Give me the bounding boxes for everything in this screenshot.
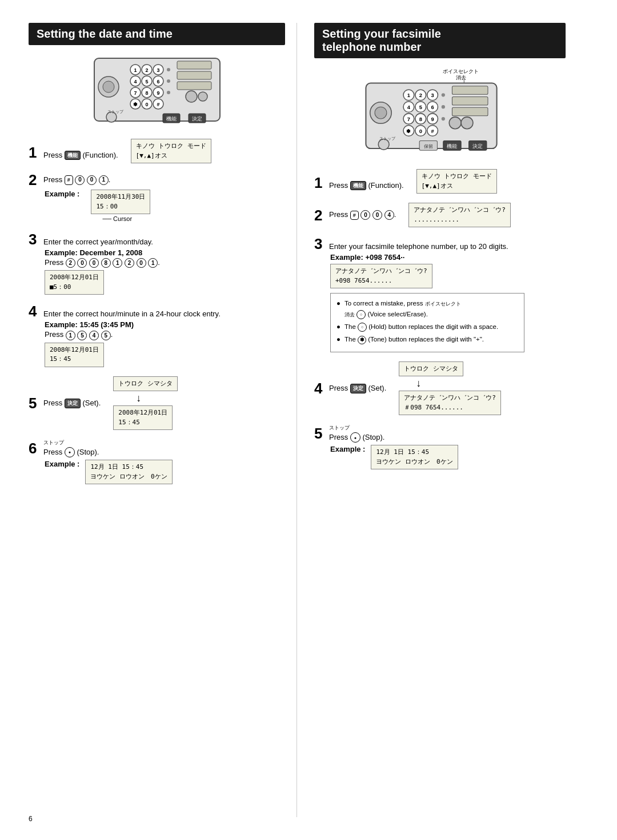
right-step-1-text: Press 機能 (Function).: [329, 180, 404, 191]
screen-step3-left: 2008年12月01日 ■5：00: [45, 270, 104, 295]
screen-step5-bottom: 2008年12月01日 15：45: [113, 405, 173, 430]
step-4-example-bold: Example: 15:45 (3:45 PM): [45, 320, 285, 329]
step-5-text: Press 決定 (Set).: [43, 398, 101, 408]
svg-text:0: 0: [419, 128, 422, 134]
left-device-illustration: 1 2 3 4 5 6 7 8 9 ✽ 0 #: [29, 55, 285, 130]
left-step-3: 3 Enter the correct year/month/day. Exam…: [29, 232, 285, 295]
screen-step1-left: キノウ トウロク モード [▼,▲]オス: [131, 139, 211, 163]
svg-point-29: [167, 91, 170, 94]
function-button-1: 機能: [65, 151, 81, 160]
right-step-4-number: 4: [314, 381, 328, 396]
cursor-label: ── Cursor: [102, 215, 132, 222]
svg-text:✽: ✽: [406, 128, 411, 134]
svg-rect-72: [452, 97, 488, 105]
example-label-r5: Example :: [330, 445, 365, 453]
step-1-number: 1: [29, 145, 42, 160]
svg-text:7: 7: [134, 90, 137, 96]
svg-text:機能: 機能: [447, 143, 457, 149]
svg-text:3: 3: [431, 93, 434, 99]
screen-r-step4-bottom: アナタノテ゛ンワハ゛ンコ゛ウ? ＃098 7654......: [399, 391, 501, 415]
svg-text:ストップ: ストップ: [379, 136, 396, 142]
step-4-number: 4: [29, 304, 42, 319]
step-3-example-bold: Example: December 1, 2008: [45, 248, 285, 257]
hash-btn-r2: #: [350, 211, 359, 220]
screen-r-step4-top: トウロク シマシタ: [399, 361, 463, 377]
right-step-1-number: 1: [314, 175, 328, 190]
screen-r-step3: アナタノテ゛ンワハ゛ンコ゛ウ? +098 7654......: [330, 264, 432, 288]
svg-rect-73: [452, 107, 488, 116]
step-6-number: 6: [29, 441, 42, 456]
svg-text:4: 4: [134, 79, 137, 85]
example-label-6: Example :: [45, 460, 79, 468]
svg-rect-31: [177, 71, 211, 79]
svg-point-27: [167, 68, 170, 71]
right-device-illustration: ボイスセレクト消去 1 2 3 4 5 6 7 8 9 ✽: [314, 69, 566, 160]
svg-text:1: 1: [407, 93, 410, 99]
btn-0a: 0: [75, 175, 85, 185]
svg-text:✽: ✽: [133, 102, 138, 107]
step-3-text: Enter the correct year/month/day.: [43, 237, 153, 247]
svg-text:機能: 機能: [166, 116, 177, 122]
svg-point-33: [186, 91, 197, 102]
svg-text:#: #: [157, 102, 159, 107]
svg-text:3: 3: [157, 67, 159, 73]
screen-step2-left: 2008年11月30日 15：00: [91, 190, 150, 214]
step-1-text: Press 機能 (Function).: [43, 150, 118, 160]
right-device-svg: 1 2 3 4 5 6 7 8 9 ✽ 0 #: [360, 79, 503, 159]
left-step-1: 1 Press 機能 (Function). キノウ トウロク モード [▼,▲…: [29, 139, 285, 163]
step-5-number: 5: [29, 396, 42, 411]
right-step-3: 3 Enter your facsimile telephone number,…: [314, 236, 566, 352]
right-step-2: 2 Press # 0 0 4. アナタノテ゛ンワハ゛ンコ゛ウ? .......…: [314, 203, 566, 227]
svg-rect-71: [452, 86, 488, 95]
step-2-number: 2: [29, 172, 42, 187]
svg-rect-30: [177, 61, 211, 69]
svg-text:5: 5: [145, 79, 148, 85]
example-label-2: Example :: [45, 190, 79, 198]
svg-point-70: [442, 117, 445, 120]
left-step-6: 6 ストップ Press ● (Stop). Example : 12月 1日 …: [29, 439, 285, 484]
right-step-2-text: Press # 0 0 4.: [329, 210, 396, 220]
screen-r-step2: アナタノテ゛ンワハ゛ンコ゛ウ? ............: [408, 203, 511, 227]
right-step-5-text: ストップ Press ● (Stop).: [329, 424, 384, 443]
svg-point-68: [442, 93, 445, 97]
right-step-1: 1 Press 機能 (Function). キノウ トウロク モード [▼,▲…: [314, 169, 566, 194]
screen-r-step5: 12月 1日 15：45 ヨウケン ロウオン 0ケン: [371, 445, 458, 469]
function-button-r1: 機能: [350, 181, 366, 191]
step-4-text: Enter the correct hour/minute in a 24-ho…: [43, 309, 221, 319]
svg-text:7: 7: [407, 116, 410, 122]
right-step-5-number: 5: [314, 426, 328, 441]
screen-step4-left: 2008年12月01日 15：45: [45, 343, 104, 367]
screen-step6-left: 12月 1日 15：45 ヨウケン ロウオン 0ケン: [85, 460, 172, 484]
step-3-number: 3: [29, 232, 42, 247]
svg-text:4: 4: [407, 105, 411, 110]
stop-button-6: ●: [65, 447, 75, 457]
right-step-2-number: 2: [314, 208, 328, 223]
btn-1: 1: [99, 175, 109, 185]
right-column: Setting your facsimile telephone number …: [297, 23, 566, 817]
svg-point-69: [442, 105, 445, 108]
arrow-down-5: ↓: [136, 392, 141, 404]
svg-text:6: 6: [431, 105, 434, 110]
svg-point-75: [461, 117, 473, 129]
btn-0b: 0: [87, 175, 97, 185]
svg-text:ストップ: ストップ: [107, 110, 124, 114]
right-section-title: Setting your facsimile telephone number: [314, 23, 566, 58]
svg-text:9: 9: [431, 116, 434, 122]
svg-text:保留: 保留: [424, 143, 433, 149]
step-6-text: ストップ Press ● (Stop).: [43, 439, 99, 457]
right-step-3-text: Enter your facsimile telephone number, u…: [329, 242, 508, 252]
svg-text:決定: 決定: [192, 116, 202, 122]
svg-point-74: [449, 117, 461, 129]
svg-text:#: #: [431, 128, 434, 134]
svg-text:2: 2: [419, 93, 422, 99]
right-step-3-number: 3: [314, 236, 328, 251]
svg-point-34: [198, 92, 207, 101]
svg-text:決定: 決定: [472, 143, 483, 149]
stop-button-r5: ●: [350, 432, 360, 443]
step-2-text: Press # 0 0 1.: [43, 175, 110, 185]
svg-text:8: 8: [145, 90, 148, 96]
svg-point-2: [103, 81, 114, 93]
svg-text:9: 9: [157, 90, 159, 96]
page: Setting the date and time 1 2 3 4 5 6 7: [0, 0, 617, 840]
left-step-2: 2 Press # 0 0 1. Example : 2008年11月30日 1…: [29, 172, 285, 223]
